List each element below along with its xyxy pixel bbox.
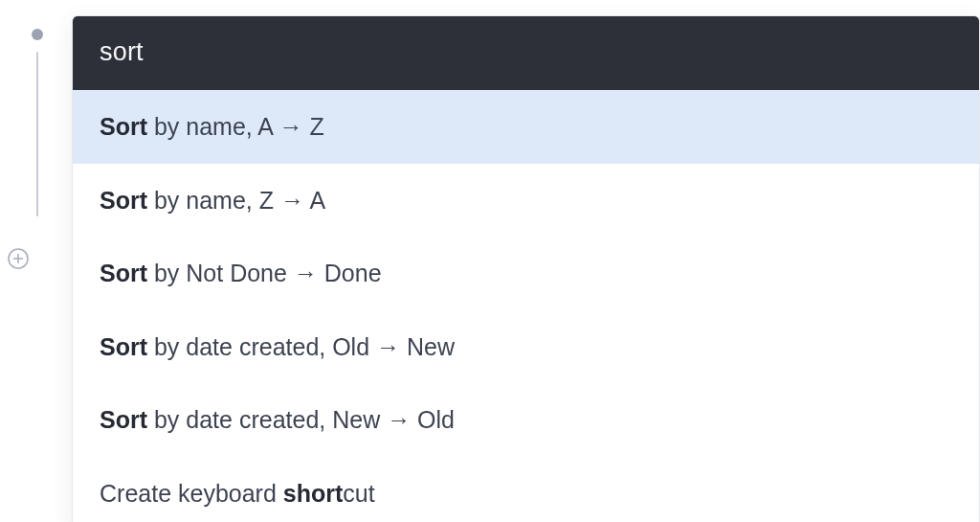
result-rest: by date created, New → Old [147, 406, 455, 433]
result-rest: by Not Done → Done [147, 260, 382, 286]
command-result-sort-name-desc[interactable]: Sort by name, Z → A [73, 164, 979, 238]
command-palette-header [73, 16, 979, 90]
command-result-sort-not-done[interactable]: Sort by Not Done → Done [73, 237, 979, 310]
result-before: Create keyboard [100, 480, 283, 507]
result-rest: by name, A → Z [147, 113, 324, 140]
command-result-sort-name-asc[interactable]: Sort by name, A → Z [73, 90, 979, 164]
outline-gutter [0, 0, 72, 522]
result-rest: by date created, Old → New [147, 333, 455, 360]
match-text: Sort [100, 333, 147, 360]
command-result-create-shortcut[interactable]: Create keyboard shortcut [73, 457, 979, 523]
result-rest: by name, Z → A [147, 187, 325, 214]
result-after: cut [343, 480, 374, 507]
command-palette: Sort by name, A → Z Sort by name, Z → A … [72, 15, 980, 522]
match-text: Sort [100, 113, 147, 140]
command-results-list: Sort by name, A → Z Sort by name, Z → A … [73, 90, 979, 522]
match-text: Sort [100, 406, 147, 433]
command-search-input[interactable] [100, 37, 952, 67]
command-result-sort-date-new-old[interactable]: Sort by date created, New → Old [73, 383, 979, 457]
add-item-button[interactable] [7, 247, 30, 270]
match-text: Sort [100, 260, 147, 286]
outline-vertical-line [36, 52, 38, 216]
command-result-sort-date-old-new[interactable]: Sort by date created, Old → New [73, 310, 979, 384]
match-text: short [283, 480, 344, 507]
match-text: Sort [100, 187, 147, 214]
bullet-dot-icon [32, 29, 43, 40]
